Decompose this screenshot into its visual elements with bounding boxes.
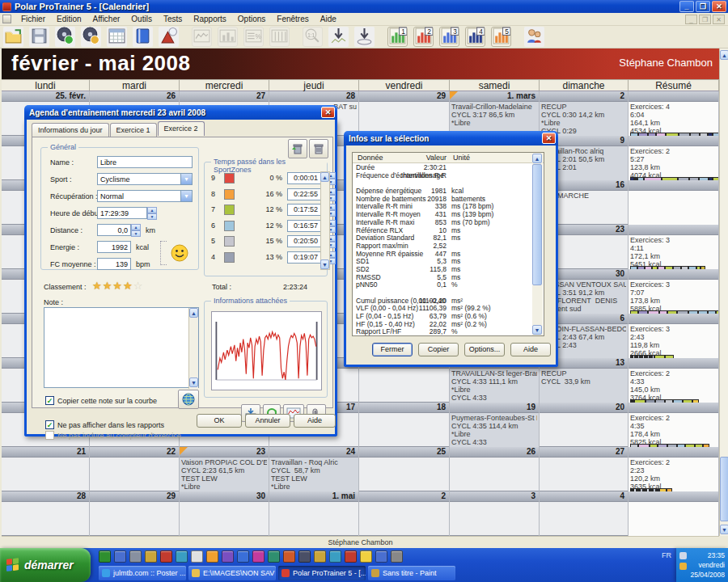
info-row[interactable]: pNN500,1% (353, 280, 544, 289)
start-time-spinner[interactable]: ▲▼ (147, 207, 157, 219)
zones-scroll-down-icon[interactable]: ▼ (320, 259, 329, 269)
info-row[interactable]: RMSSD5,5ms (353, 273, 544, 281)
transfer-button[interactable] (328, 27, 349, 47)
menu-fenêtres[interactable]: Fenêtres (271, 13, 314, 25)
quicklaunch-icon[interactable] (283, 550, 295, 563)
recovery-dropdown-icon[interactable]: ▼ (180, 190, 193, 202)
distance-spinner[interactable]: ▲▼ (131, 224, 141, 236)
info-row[interactable]: Référence RLX10ms (353, 226, 544, 234)
info-row[interactable] (353, 179, 544, 187)
day-cell[interactable]: 25 (359, 447, 450, 491)
task-window-button[interactable]: julmtb.com :: Poster ... (99, 566, 186, 580)
day-cell[interactable]: 29 (90, 491, 180, 536)
sync-disc-button[interactable] (55, 27, 75, 47)
quicklaunch-icon[interactable] (345, 550, 357, 563)
mdi-restore-button[interactable]: ❐ (699, 15, 711, 24)
name-input[interactable]: Libre (97, 156, 193, 168)
report1-button[interactable]: 1 (387, 27, 408, 47)
day-cell[interactable]: 28 (2, 491, 90, 536)
summary-cell[interactable]: Exercices: 25:27123,8 km4074 kcal (629, 136, 719, 180)
menu-tests[interactable]: Tests (158, 13, 188, 25)
info-row[interactable]: Durée2:30:21 (353, 163, 544, 171)
day-cell[interactable]: 24Travaillan - Roq AlricCYCL 58,7 kmTEST… (269, 447, 359, 491)
summary-cell[interactable]: Exercices: 24:35178,4 km5825 kcal (629, 403, 719, 447)
save-button[interactable] (29, 27, 49, 47)
cancel-button[interactable]: Annuler (245, 414, 290, 428)
summary-cell[interactable]: Exercices: 32:43119,8 km2666 kcal (629, 314, 719, 358)
summary-cell[interactable]: Exercices: 34:11172,1 km5451 kcal (629, 225, 719, 269)
language-indicator[interactable]: FR (662, 551, 671, 559)
scrollbar-thumb[interactable] (720, 457, 728, 521)
quicklaunch-icon[interactable] (268, 550, 280, 563)
summary-cell[interactable] (629, 180, 719, 225)
energy-input[interactable]: 1992 (97, 241, 131, 253)
feeling-slider[interactable] (160, 241, 167, 265)
quicklaunch-icon[interactable] (314, 550, 326, 563)
globe-button[interactable] (178, 390, 199, 409)
info-row[interactable]: Rapport max/min2,52 (353, 242, 544, 250)
menu-aide[interactable]: Aide (315, 13, 342, 25)
quicklaunch-icon[interactable] (298, 550, 311, 563)
quicklaunch-icon[interactable] (252, 550, 265, 563)
info-scroll-up-icon[interactable]: ▲ (532, 154, 542, 163)
info-row[interactable]: Nombre de battements20918battements (353, 195, 544, 203)
day-cell[interactable]: 23Vaison PROPIAC COL D'EYCYCL 2:23 61,5 … (180, 447, 269, 491)
day-cell[interactable]: 27 (540, 447, 629, 491)
quicklaunch-icon[interactable] (176, 550, 188, 563)
tab-informations-du-jour[interactable]: Informations du jour (32, 123, 109, 137)
open-folder-button[interactable] (3, 27, 23, 47)
info-row[interactable]: Fréquence d'échantillonnageIntervalles R… (353, 171, 544, 179)
task-window-button[interactable]: Sans titre - Paint (368, 566, 455, 580)
quicklaunch-icon[interactable] (114, 550, 126, 563)
info-row[interactable]: Intervalle R-R mini338ms (178 bpm) (353, 202, 544, 210)
hide-reports-checkbox[interactable]: ✓ Ne pas afficher dans les rapports (45, 420, 164, 429)
options-button[interactable]: Options... (464, 343, 505, 356)
hr-curve-thumbnail[interactable] (211, 311, 322, 390)
quicklaunch-icon[interactable] (129, 550, 142, 563)
info-row[interactable]: LF (0,04 - 0,15 Hz)63,79ms² (0.6 %) (353, 312, 544, 320)
note-textarea[interactable]: ▲ ▼ (44, 307, 199, 388)
quicklaunch-icon[interactable] (375, 550, 387, 563)
menu-options[interactable]: Options (232, 13, 271, 25)
info-scroll-down-icon[interactable]: ▼ (532, 325, 542, 335)
users-button[interactable] (524, 27, 544, 47)
tab-exercice-2[interactable]: Exercice 2 (158, 121, 205, 136)
zone-time-input[interactable]: 0:20:50 (287, 235, 324, 247)
copy-note-checkbox[interactable]: ✓ Copier cette note sur la courbe (45, 396, 157, 405)
scroll-up-icon[interactable]: ▲ (720, 50, 728, 60)
day-cell[interactable]: 2 (359, 491, 450, 536)
menu-edition[interactable]: Edition (51, 13, 87, 25)
summary-cell[interactable]: Exercices: 46:04164,1 km4534 kcal (629, 91, 719, 136)
quicklaunch-icon[interactable] (206, 550, 218, 563)
day-cell[interactable]: 2RECUPCYCL 0:30 14,2 km*LibreCYCL 0:29 (540, 91, 629, 136)
start-time-input[interactable]: 17:29:39 (97, 207, 147, 219)
info-row[interactable]: Moyenne RR épaissie447ms (353, 250, 544, 258)
infos-close-icon[interactable]: ✕ (542, 133, 556, 144)
avg-hr-input[interactable]: 139 (97, 258, 131, 270)
restore-button[interactable]: ❐ (696, 1, 710, 12)
infos-dialog-titlebar[interactable]: Infos sur la sélection ✕ (344, 131, 558, 146)
close-button[interactable]: ✕ (712, 1, 726, 12)
delete-exercise-button[interactable] (309, 139, 328, 158)
diary-button[interactable] (133, 27, 153, 47)
report3-button[interactable]: 3 (439, 27, 459, 47)
menu-afficher[interactable]: Afficher (87, 13, 126, 25)
recovery-select[interactable]: Normal (97, 190, 193, 202)
day-cell[interactable]: 1. marsTravail-Crillon-MadelaineCYCL 3:1… (450, 91, 540, 136)
note-scroll-up-icon[interactable]: ▲ (189, 308, 198, 318)
zones-scroll-up-icon[interactable]: ▲ (320, 172, 329, 182)
quicklaunch-icon[interactable] (391, 550, 403, 563)
tab-exercice-1[interactable]: Exercice 1 (110, 123, 157, 137)
day-cell[interactable]: 29 (359, 91, 450, 136)
info-row[interactable]: HF (0,15 - 0,40 Hz)22,02ms² (0.2 %) (353, 320, 544, 328)
quicklaunch-icon[interactable] (222, 550, 234, 563)
mdi-minimize-button[interactable]: _ (685, 15, 697, 24)
report4-button[interactable]: 4 (465, 27, 485, 47)
day-cell[interactable]: 1. mai (269, 491, 359, 536)
transfer2-button[interactable] (354, 27, 375, 47)
info-row[interactable]: Deviation Standard82,1ms (353, 234, 544, 242)
sport-select[interactable]: Cyclisme (97, 173, 193, 185)
test-button[interactable] (159, 27, 179, 47)
quicklaunch-icon[interactable] (191, 550, 203, 563)
info-row[interactable]: VLF (0,00 - 0,04 Hz)11106,39ms² (99.2 %) (353, 304, 544, 312)
